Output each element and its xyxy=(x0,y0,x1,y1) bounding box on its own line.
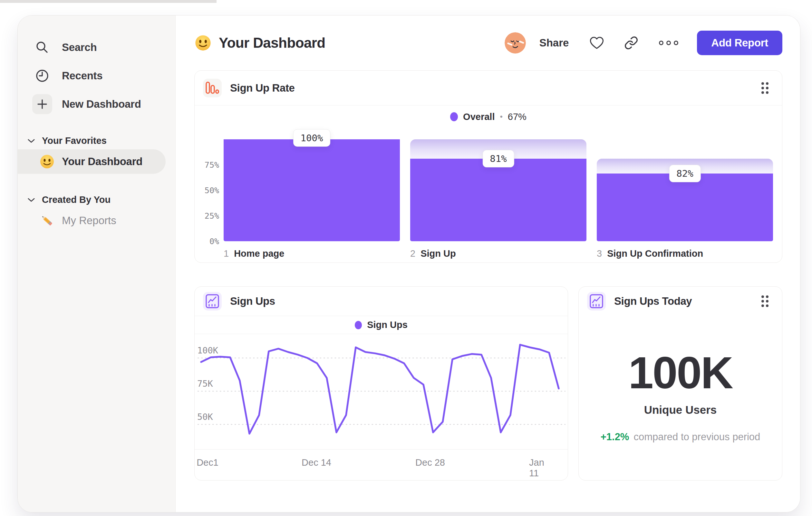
funnel-plot: 75% 50% 25% 0% 100% 81% xyxy=(204,128,773,241)
funnel-step-label: 1 Home page xyxy=(224,248,400,259)
x-axis-tick: Dec 14 xyxy=(301,457,331,468)
legend-separator: • xyxy=(500,112,502,121)
card-title: Sign Ups xyxy=(230,295,275,307)
delta-value: +1.2% xyxy=(601,431,629,443)
sidebar-section-created-by-you[interactable]: Created By You xyxy=(28,194,166,205)
step-number: 3 xyxy=(597,248,602,259)
drag-handle-icon[interactable] xyxy=(760,294,770,308)
sidebar-item-recents[interactable]: Recents xyxy=(32,65,166,86)
sidebar-section-your-favorites[interactable]: Your Favorites xyxy=(28,135,166,146)
sign-ups-today-card-header: Sign Ups Today xyxy=(579,287,782,316)
line-plot: 100K75K50K xyxy=(195,334,568,449)
metric-value: 100K xyxy=(628,347,732,399)
more-options-button[interactable] xyxy=(658,40,679,46)
svg-text:50K: 50K xyxy=(197,412,213,422)
delta-caption: compared to previous period xyxy=(634,431,760,443)
card-title: Sign Ups Today xyxy=(614,295,692,307)
clock-icon xyxy=(32,66,52,86)
sidebar-item-label: Recents xyxy=(62,70,103,82)
sidebar-item-new-dashboard[interactable]: New Dashboard xyxy=(32,93,166,115)
avatar[interactable] xyxy=(504,32,526,54)
add-report-button[interactable]: Add Report xyxy=(697,31,782,55)
page-header: Your Dashboard Share Add Report xyxy=(194,16,782,70)
legend-label: Sign Ups xyxy=(367,320,408,330)
x-axis-tick: Dec 28 xyxy=(415,457,445,468)
drag-handle-icon[interactable] xyxy=(760,81,770,95)
legend-label: Overall xyxy=(463,112,495,122)
step-name: Home page xyxy=(234,248,284,259)
metric-body: 100K Unique Users +1.2% compared to prev… xyxy=(579,316,782,480)
top-edge-strip xyxy=(0,0,216,3)
line-x-axis: Dec1Dec 14Dec 28Jan 11 xyxy=(195,449,568,481)
search-icon xyxy=(32,37,52,57)
section-header-label: Your Favorites xyxy=(42,135,107,146)
card-title: Sign Up Rate xyxy=(230,82,295,94)
sidebar-item-label: Search xyxy=(62,41,97,54)
legend-dot xyxy=(450,112,458,121)
bar-chart-icon xyxy=(203,79,222,98)
sidebar-item-label: My Reports xyxy=(62,214,116,227)
link-icon xyxy=(624,36,638,50)
ellipsis-icon xyxy=(658,40,679,46)
legend-dot xyxy=(355,321,362,329)
sidebar-item-search[interactable]: Search xyxy=(32,37,166,58)
sign-ups-card: Sign Ups Sign Ups 100K75K50K Dec1Dec 14D… xyxy=(194,287,568,481)
step-number: 1 xyxy=(224,248,229,259)
cards-row: Sign Ups Sign Ups 100K75K50K Dec1Dec 14D… xyxy=(194,287,782,481)
legend-value: 67% xyxy=(508,112,526,122)
favorite-heart-button[interactable] xyxy=(589,36,604,50)
signup-rate-card: Sign Up Rate Overall • 67% 75% 50% 25% 0… xyxy=(194,70,782,263)
line-chart-icon xyxy=(203,292,222,310)
funnel-bar-segment[interactable] xyxy=(410,159,586,241)
y-axis-tick: 25% xyxy=(204,211,219,221)
y-axis-tick: 75% xyxy=(204,160,219,170)
sidebar-item-label: New Dashboard xyxy=(62,98,141,110)
svg-text:75K: 75K xyxy=(197,379,213,389)
sidebar: Search Recents New Dashboard Your Favori… xyxy=(18,16,176,512)
funnel-bar-segment[interactable] xyxy=(597,173,773,241)
signup-rate-card-header: Sign Up Rate xyxy=(195,71,782,105)
chevron-down-icon xyxy=(28,198,35,202)
funnel-bar-home-page: 100% xyxy=(224,139,400,241)
page-title-text: Your Dashboard xyxy=(219,35,325,51)
page-title: Your Dashboard xyxy=(194,34,325,52)
sign-ups-today-card: Sign Ups Today 100K Unique Users +1.2% c… xyxy=(578,287,782,481)
x-axis-tick: Dec1 xyxy=(197,457,219,468)
sidebar-item-my-reports[interactable]: My Reports xyxy=(32,208,166,233)
x-axis-tick: Jan 11 xyxy=(529,457,555,479)
metric-delta: +1.2% compared to previous period xyxy=(601,431,760,443)
pencil-emoji xyxy=(39,213,55,228)
line-chart-icon xyxy=(587,292,606,310)
smiley-emoji xyxy=(39,154,55,169)
chevron-down-icon xyxy=(28,139,35,143)
funnel-value-tooltip: 82% xyxy=(669,165,700,182)
funnel-value-tooltip: 100% xyxy=(293,129,330,147)
svg-text:100K: 100K xyxy=(197,345,219,355)
funnel-bar-sign-up: 81% xyxy=(410,139,586,241)
sign-ups-card-header: Sign Ups xyxy=(195,287,568,316)
heart-icon xyxy=(589,36,604,50)
funnel-value-tooltip: 81% xyxy=(482,150,514,167)
funnel-chart: Overall • 67% 75% 50% 25% 0% 100% xyxy=(195,105,782,259)
sidebar-item-label: Your Dashboard xyxy=(62,156,142,168)
sidebar-item-your-dashboard[interactable]: Your Dashboard xyxy=(18,149,166,174)
app-window: Search Recents New Dashboard Your Favori… xyxy=(18,16,800,512)
step-name: Sign Up xyxy=(420,248,456,259)
step-name: Sign Up Confirmation xyxy=(607,248,703,259)
share-button[interactable]: Share xyxy=(540,37,569,49)
funnel-bar-segment[interactable] xyxy=(224,139,400,241)
line-legend[interactable]: Sign Ups xyxy=(195,316,568,334)
copy-link-button[interactable] xyxy=(624,36,638,50)
funnel-x-labels: 1 Home page 2 Sign Up 3 Sign Up Confirma… xyxy=(204,248,773,259)
metric-label: Unique Users xyxy=(644,403,717,416)
plus-icon xyxy=(32,94,52,114)
smiley-emoji xyxy=(194,34,212,52)
funnel-step-label: 3 Sign Up Confirmation xyxy=(597,248,773,259)
y-axis-tick: 50% xyxy=(204,186,219,195)
main-content: Your Dashboard Share Add Report xyxy=(176,16,800,512)
y-axis-tick: 0% xyxy=(204,237,219,246)
line-chart-svg: 100K75K50K xyxy=(195,334,568,449)
funnel-legend[interactable]: Overall • 67% xyxy=(204,105,773,128)
funnel-bar-sign-up-confirmation: 82% xyxy=(597,139,773,241)
funnel-step-label: 2 Sign Up xyxy=(410,248,586,259)
